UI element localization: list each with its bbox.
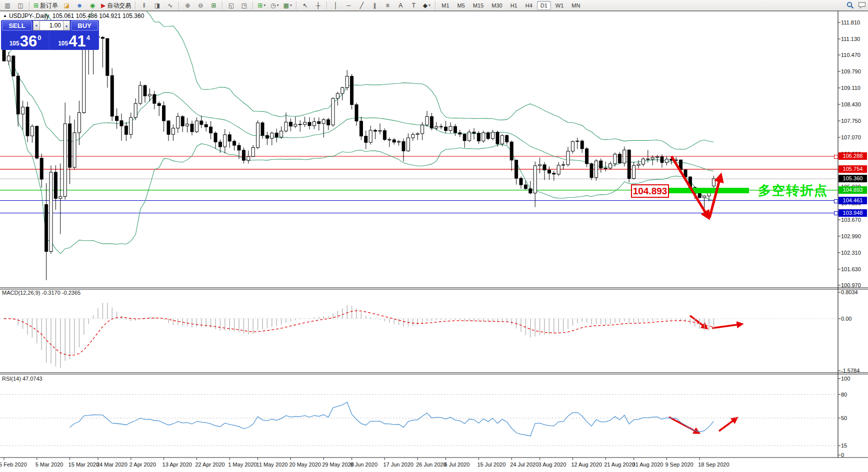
cursor-icon: ↖	[302, 2, 308, 8]
support-contact-icon[interactable]: ☻	[74, 0, 86, 10]
date-axis-label: 22 Apr 2020	[195, 462, 224, 468]
date-axis-label: 20 May 2020	[289, 462, 321, 468]
horizontal-line-icon: ─	[346, 2, 351, 8]
timeframe-button-d1[interactable]: D1	[537, 1, 551, 10]
zoom-in-icon[interactable]: ⊕	[182, 0, 194, 10]
charts-window-icon: ▥	[4, 2, 10, 8]
price-line-label: 106.288	[838, 152, 867, 160]
text-icon[interactable]: A	[394, 0, 406, 10]
sell-button[interactable]: SELL	[2, 20, 32, 30]
period-clock-icon: ◷	[270, 2, 276, 8]
search-icon[interactable]	[846, 1, 854, 9]
volume-spinner: ▼ ▲	[33, 20, 70, 30]
new-order-button[interactable]: ⊞新订单	[32, 0, 60, 10]
toolbar-separator	[296, 1, 296, 9]
vertical-line-icon[interactable]: │	[330, 0, 342, 10]
candlestick-chart-icon[interactable]: ◨	[151, 0, 163, 10]
autotrade-button[interactable]: ▶自动交易	[100, 0, 132, 10]
price-axis-tick: 108.430	[841, 101, 861, 107]
cursor-icon[interactable]: ↖	[299, 0, 311, 10]
price-axis-tick: 111.130	[841, 36, 860, 42]
horizontal-line-icon[interactable]: ─	[342, 0, 354, 10]
fibonacci-icon[interactable]: ≡	[382, 0, 394, 10]
price-line-label: 105.360	[838, 175, 867, 182]
date-axis-label: 26 Jun 2020	[416, 462, 446, 468]
period-clock-icon[interactable]: ◷▾	[268, 0, 280, 10]
line-drag-handle[interactable]	[834, 199, 838, 203]
macd-label: MACD(12,26,9) -0.3170 -0.2365	[2, 290, 80, 296]
price-line-label: 103.948	[838, 209, 867, 217]
trendline-icon: ╱	[360, 2, 364, 8]
ohlc-values: 105.061 105.486 104.921 105.360	[52, 12, 144, 19]
date-axis-label: 24 Jul 2020	[510, 462, 538, 468]
timeframe-button-m30[interactable]: M30	[488, 1, 506, 10]
indicators-icon[interactable]: ▦▾	[282, 0, 294, 10]
timeframe-button-m15[interactable]: M15	[470, 1, 487, 10]
data-window-icon[interactable]: ◫	[14, 0, 26, 10]
price-axis-tick: 107.750	[841, 118, 861, 124]
pivot-zone-bar[interactable]	[669, 188, 749, 193]
zoom-out-icon[interactable]: ⊖	[194, 0, 206, 10]
trend-arrows-rsi[interactable]	[669, 417, 736, 433]
candlestick-chart-icon: ◨	[154, 2, 160, 8]
chat-icon[interactable]	[858, 1, 866, 9]
autotrade-button-label: 自动交易	[107, 2, 131, 8]
line-drag-handle[interactable]	[834, 155, 838, 159]
text-label-icon[interactable]: T	[408, 0, 420, 10]
price-axis-tick: 102.990	[841, 233, 861, 239]
dropdown-caret-icon: ▾	[264, 3, 266, 7]
volume-decrease-button[interactable]: ▼	[33, 20, 40, 30]
toolbar-separator	[326, 1, 327, 9]
price-axis-tick: 107.070	[841, 134, 861, 140]
date-axis-label: 8 Jun 2020	[350, 462, 378, 468]
chart-canvas[interactable]	[0, 0, 868, 472]
trendline-icon[interactable]: ╱	[356, 0, 368, 10]
trading-platform-window: ▥◫⊞新订单◪☻◉▶自动交易ǁ◨∿⊕⊖⊞◱◳⊞▾◷▾▦▾↖┼│─╱∥≡AT◆▾M…	[0, 0, 868, 472]
indicators-icon: ▦	[284, 2, 289, 8]
symbol-period-label: USDJPY-,Daily	[9, 12, 49, 19]
signals-icon[interactable]: ◉	[86, 0, 98, 10]
bar-chart-icon[interactable]: ǁ	[138, 0, 150, 10]
buy-button[interactable]: BUY	[71, 20, 98, 30]
equidistant-channel-icon[interactable]: ∥	[368, 0, 380, 10]
timeframe-button-w1[interactable]: W1	[552, 1, 568, 10]
line-drag-handle[interactable]	[834, 211, 838, 215]
bar-chart-icon: ǁ	[143, 2, 146, 8]
sell-price-display[interactable]: 105 36 0	[2, 31, 48, 49]
timeframe-button-mn[interactable]: MN	[568, 1, 584, 10]
volume-increase-button[interactable]: ▲	[63, 20, 70, 30]
tile-windows-icon[interactable]: ⊞	[208, 0, 220, 10]
date-axis-label: 25 Feb 2020	[0, 462, 27, 468]
rsi-axis-tick: 50	[841, 415, 847, 421]
collapse-arrow-icon[interactable]: ▲	[3, 13, 7, 18]
date-axis-label: 9 Sep 2020	[665, 462, 693, 468]
volume-input[interactable]	[40, 20, 63, 30]
macd-axis-tick: 0.8034	[841, 289, 858, 295]
arrows-icon[interactable]: ◆▾	[420, 0, 432, 10]
date-axis-label: 2 Apr 2020	[130, 462, 156, 468]
date-axis-label: 21 Aug 2020	[604, 462, 635, 468]
timeframe-button-h4[interactable]: H4	[522, 1, 536, 10]
vertical-line-icon: │	[334, 2, 338, 8]
pivot-zone-label[interactable]: 多空转折点	[758, 182, 828, 199]
date-axis-label: 12 Aug 2020	[571, 462, 602, 468]
timeframe-button-m5[interactable]: M5	[454, 1, 468, 10]
text-label-icon: T	[412, 2, 416, 8]
charts-window-icon[interactable]: ▥	[2, 0, 14, 10]
text-icon: A	[398, 2, 402, 8]
crosshair-icon[interactable]: ┼	[312, 0, 324, 10]
buy-price-display[interactable]: 105 41 4	[50, 31, 98, 49]
eraser-icon[interactable]: ◪	[60, 0, 72, 10]
timeframe-button-h1[interactable]: H1	[507, 1, 521, 10]
trend-arrows-macd[interactable]	[690, 316, 741, 328]
eraser-icon: ◪	[64, 2, 69, 8]
price-axis-tick: 102.310	[841, 250, 861, 256]
support-contact-icon: ☻	[76, 2, 83, 8]
chart-shift-icon[interactable]: ◳	[238, 0, 250, 10]
new-chart-icon[interactable]: ⊞▾	[256, 0, 268, 10]
line-chart-icon[interactable]: ∿	[164, 0, 176, 10]
price-annotation-box[interactable]: 104.893	[631, 184, 669, 198]
rsi-axis-tick: 0	[841, 452, 844, 458]
auto-scroll-icon[interactable]: ◱	[225, 0, 237, 10]
timeframe-button-m1[interactable]: M1	[438, 1, 452, 10]
